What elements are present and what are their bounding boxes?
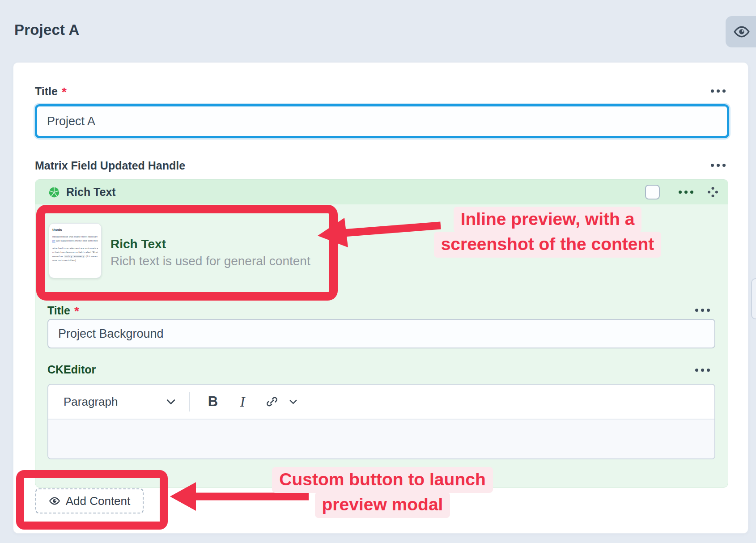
required-asterisk: * [62,85,67,99]
preview-thumbnail: thods haracteristics that make them fami… [49,223,102,278]
title-input[interactable] [35,104,729,138]
thumbnail-link: pe [52,239,55,242]
preview-block-title: Rich Text [110,237,166,251]
eye-icon [49,495,60,507]
thumbnail-heading: thods [52,228,98,232]
italic-icon: I [240,394,245,410]
chevron-down-icon [166,399,175,405]
thumbnail-code-chip: entry.summary [64,255,85,258]
link-button[interactable] [262,391,282,412]
sidebar-partial-panel [751,278,756,319]
block-title-actions-menu[interactable] [695,307,710,313]
ellipsis-icon [695,309,698,312]
link-dropdown-button[interactable] [286,391,300,412]
title-field-actions-menu[interactable] [711,88,726,94]
ckeditor: Paragraph B I [47,384,715,459]
ellipsis-icon [695,369,698,372]
ckeditor-editable[interactable] [48,419,714,458]
matrix-block-header[interactable]: Rich Text [35,180,728,204]
page-title: Project A [14,21,79,38]
preview-button[interactable]: P [726,16,756,47]
add-content-label: Add Content [66,494,131,508]
block-checkbox[interactable] [645,185,660,199]
toolbar-separator [189,392,190,411]
matrix-field-label: Matrix Field Updated Handle [35,159,185,172]
ckeditor-field-label: CKEditor [47,363,96,376]
block-title-input[interactable] [47,319,715,348]
ckeditor-actions-menu[interactable] [695,367,710,373]
chevron-down-icon [289,399,297,404]
ckeditor-toolbar: Paragraph B I [48,385,714,419]
eye-icon [733,23,750,40]
ellipsis-icon [679,191,682,194]
entry-edit-screen: Project A P Title* Matrix Field Updated … [0,0,756,543]
italic-button[interactable]: I [233,391,252,412]
paragraph-style-dropdown[interactable]: Paragraph [64,395,175,409]
block-title-field-label: Title* [47,304,79,318]
title-field-label: Title* [35,85,67,99]
preview-block-description: Rich text is used for general content [110,254,310,268]
move-icon [707,186,719,198]
ellipsis-icon [711,89,714,93]
paragraph-style-label: Paragraph [64,395,118,409]
bold-button[interactable]: B [203,391,223,412]
entry-card: Title* Matrix Field Updated Handle [13,63,748,533]
matrix-field-actions-menu[interactable] [711,162,726,168]
matrix-block-rich-text: Rich Text thods har [35,179,728,488]
link-icon [265,395,279,409]
aperture-icon [48,186,60,199]
bold-icon: B [208,394,218,410]
ellipsis-icon [711,164,714,167]
block-type-label: Rich Text [66,186,116,199]
add-content-button[interactable]: Add Content [35,488,144,513]
required-asterisk: * [74,304,79,318]
block-move-handle[interactable] [707,186,719,198]
block-actions-menu[interactable] [679,189,693,195]
